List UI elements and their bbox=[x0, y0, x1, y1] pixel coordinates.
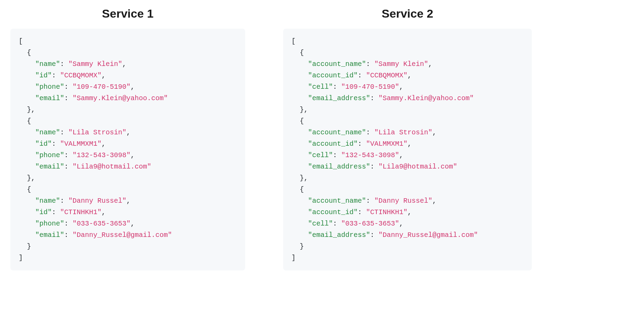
code-block-1: [ { "name": "Sammy Klein", "id": "CCBQMO… bbox=[10, 29, 245, 270]
code-block-2: [ { "account_name": "Sammy Klein", "acco… bbox=[283, 29, 532, 270]
service-title-1: Service 1 bbox=[10, 7, 245, 20]
service-column-2: Service 2 [ { "account_name": "Sammy Kle… bbox=[283, 7, 532, 270]
services-container: Service 1 [ { "name": "Sammy Klein", "id… bbox=[10, 7, 634, 270]
service-title-2: Service 2 bbox=[283, 7, 532, 20]
service-column-1: Service 1 [ { "name": "Sammy Klein", "id… bbox=[10, 7, 245, 270]
